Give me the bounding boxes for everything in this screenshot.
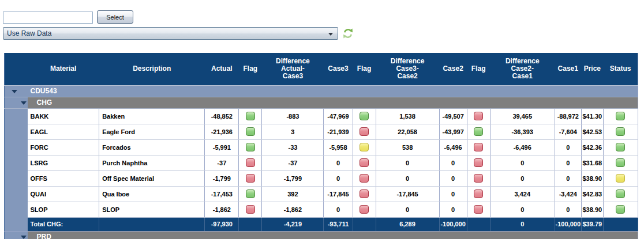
dropdown-selected-value: Use Raw Data [7,29,51,37]
group-row-cdu543-label: CDU543 [28,85,638,97]
flag-icon-red [474,174,483,183]
cell-flag_case3 [353,155,376,170]
cell-diff_actual_case3: -883 [262,108,324,124]
cell-status [603,217,638,231]
cell-material: BAKK [28,108,99,124]
cell-case1: 0 [555,202,581,217]
cell-flag_actual [239,217,262,231]
cell-diff_case2_case1: 39,465 [490,108,555,124]
cell-diff_case3_case2: 1,538 [376,108,439,124]
column-header-10: Difference Case2- Case1 [490,53,555,85]
flag-icon-yellow [360,143,369,151]
flag-icon-red [360,158,369,167]
cell-case3: -21,939 [324,124,353,139]
cell-flag_actual [239,139,262,155]
status-icon-green [616,205,625,214]
indent-cell [5,139,28,155]
table-row: OFFSOff Spec Material-1,799-1,79900000$3… [5,170,638,186]
data-mode-dropdown[interactable]: Use Raw Data [3,27,338,40]
cell-case1: -88,972 [555,108,581,124]
status-icon-green [616,143,625,151]
cell-price: $39.79 [581,217,603,231]
cell-status [603,186,638,202]
indent-cell [5,97,28,108]
cell-flag_actual [239,124,262,139]
subgroup-row-chg-label: CHG [28,97,638,108]
cell-description: SLOP [99,202,205,217]
flag-icon-red [246,174,255,183]
cell-actual: -97,930 [205,217,239,231]
cell-case3: 0 [324,202,353,217]
cell-case2: 0 [439,170,467,186]
flag-icon-green [360,112,369,120]
status-icon-green [616,189,625,198]
status-icon-green [616,158,625,167]
cell-case1: 0 [555,170,581,186]
cell-case2: -49,507 [439,108,467,124]
cell-case2: 0 [439,186,467,202]
indent-cell [5,170,28,186]
cell-flag_case2 [467,124,490,139]
cell-diff_actual_case3: -4,219 [262,217,324,231]
table-row: LSRGPurch Naphtha-37-3700000$31.68 [5,155,638,170]
cell-case1: 0 [555,139,581,155]
flag-icon-green [474,127,483,136]
cell-diff_case3_case2: 6,289 [376,217,439,231]
cell-case2: -100,000 [439,217,467,231]
cell-price: $41.30 [581,108,603,124]
material-select-input[interactable] [3,12,93,24]
flag-icon-red [246,158,255,167]
cell-diff_actual_case3: 392 [262,186,324,202]
indent-cell [5,108,28,124]
flag-icon-red [474,189,483,198]
cell-flag_case2 [467,170,490,186]
flag-icon-red [246,205,255,214]
cell-flag_case2 [467,139,490,155]
collapse-arrow-icon[interactable] [21,236,27,239]
cell-description: Qua Iboe [99,186,205,202]
cell-case3: 0 [324,155,353,170]
refresh-icon[interactable] [342,28,354,39]
column-header-6: Flag [353,53,376,85]
cell-actual: -17,453 [205,186,239,202]
cell-status [603,108,638,124]
flag-icon-green [246,127,255,136]
flag-icon-green [246,189,255,198]
cell-material: OFFS [28,170,99,186]
cell-material: QUAI [28,186,99,202]
collapse-arrow-icon[interactable] [12,90,17,93]
cell-actual: -1,799 [205,170,239,186]
cell-diff_case2_case1: -36,393 [490,124,555,139]
column-header-5: Case3 [324,53,353,85]
table-row: SLOPSLOP-1,862-1,86200000$38.90 [5,202,638,217]
indent-cell [5,231,28,239]
flag-icon-red [474,112,483,120]
cell-status [603,155,638,170]
table-row: BAKKBakken-48,852-883-47,9691,538-49,507… [5,108,638,124]
cell-price: $38.90 [581,170,603,186]
cell-flag_case3 [353,170,376,186]
cell-diff_case2_case1: 0 [490,217,555,231]
cell-case3: 0 [324,170,353,186]
cell-flag_actual [239,170,262,186]
table-row: FORCForcados-5,991-33-5,958538-6,496-6,4… [5,139,638,155]
cell-diff_case3_case2: 0 [376,202,439,217]
flag-icon-red [474,205,483,214]
cell-actual: -21,936 [205,124,239,139]
table-row: EAGLEagle Ford-21,9363-21,93922,058-43,9… [5,124,638,139]
select-button[interactable]: Select [97,10,133,24]
collapse-arrow-icon[interactable] [21,101,27,105]
cell-actual: -1,862 [205,202,239,217]
column-header-4: Difference Actual- Case3 [262,53,324,85]
cell-flag_case3 [353,139,376,155]
cell-diff_actual_case3: -1,862 [262,202,324,217]
cell-description: Off Spec Material [99,170,205,186]
column-header-7: Difference Case3- Case2 [376,53,439,85]
cell-case1: 0 [555,155,581,170]
cell-flag_case2 [467,202,490,217]
cell-description: Bakken [99,108,205,124]
cell-diff_case2_case1: -6,496 [490,139,555,155]
cell-flag_actual [239,108,262,124]
column-header-13: Status [603,53,638,85]
cell-price: $42.83 [581,186,603,202]
